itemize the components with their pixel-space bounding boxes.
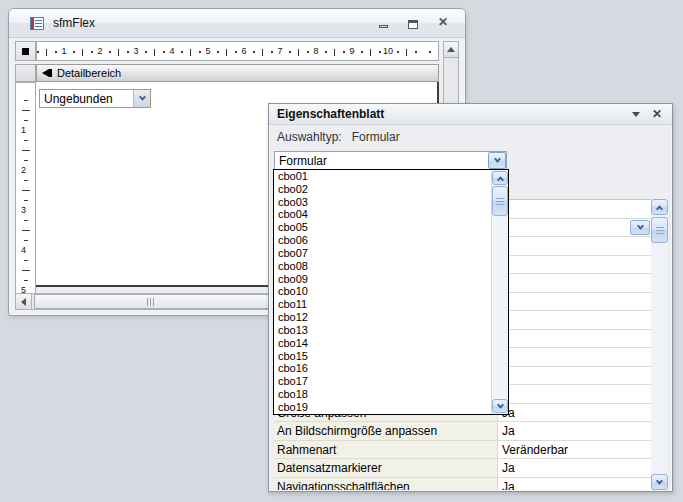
ruler-number: 5 — [205, 46, 210, 56]
restore-button[interactable] — [405, 16, 421, 29]
ruler-tick — [24, 180, 28, 181]
chevron-down-icon — [496, 401, 503, 408]
dropdown-list-item[interactable]: cbo04 — [274, 208, 491, 221]
horizontal-scrollbar-thumb[interactable] — [34, 294, 269, 309]
ruler-number: 2 — [21, 165, 26, 175]
chevron-up-icon — [656, 205, 663, 212]
ruler-tick — [154, 49, 155, 56]
property-value[interactable] — [498, 385, 651, 403]
ruler-tick — [24, 160, 28, 161]
property-value[interactable]: Ja — [498, 478, 651, 491]
scrollbar-thumb[interactable] — [492, 186, 508, 216]
dropdown-list-item[interactable]: cbo17 — [274, 375, 491, 388]
property-dropdown-button[interactable] — [630, 220, 650, 235]
ruler-tick — [24, 260, 28, 261]
property-row[interactable]: An Bildschirmgröße anpassenJa — [274, 422, 651, 441]
dropdown-list-item[interactable]: cbo13 — [274, 324, 491, 337]
ruler-tick — [262, 49, 263, 56]
ruler-tick — [24, 140, 28, 141]
dropdown-list-item[interactable]: cbo10 — [274, 285, 491, 298]
ruler-tick — [289, 51, 291, 53]
chevron-down-icon — [636, 222, 643, 229]
ruler-tick — [361, 51, 363, 53]
ruler-number: 1 — [61, 46, 66, 56]
selection-type-value: Formular — [352, 130, 400, 144]
property-grid-scrollbar[interactable] — [651, 199, 668, 490]
object-selector-dropdown-list: cbo01cbo02cbo03cbo04cbo05cbo06cbo07cbo08… — [273, 169, 509, 415]
section-arrow-icon — [42, 69, 49, 77]
property-value[interactable] — [498, 237, 651, 255]
property-value[interactable]: Ja — [498, 422, 651, 440]
ruler-tick — [24, 220, 28, 221]
form-selector-box[interactable] — [15, 41, 36, 61]
scroll-down-button[interactable] — [651, 474, 668, 490]
arrow-left-icon — [21, 298, 26, 306]
ruler-number: 3 — [133, 46, 138, 56]
dropdown-list-item[interactable]: cbo01 — [274, 170, 491, 183]
ruler-tick — [73, 51, 75, 53]
ruler-tick — [24, 240, 28, 241]
ruler-tick — [24, 100, 28, 101]
scroll-down-button[interactable] — [492, 399, 508, 413]
ruler-tick — [429, 51, 431, 53]
dropdown-list-item[interactable]: cbo05 — [274, 221, 491, 234]
property-label: Datensatzmarkierer — [274, 459, 498, 477]
property-value[interactable]: Ja — [498, 459, 651, 477]
property-value[interactable] — [498, 219, 651, 237]
close-button[interactable]: ✕ — [435, 16, 451, 29]
property-value[interactable] — [498, 330, 651, 348]
property-value[interactable] — [498, 311, 651, 329]
dropdown-list-item[interactable]: cbo08 — [274, 260, 491, 273]
dropdown-list-item[interactable]: cbo19 — [274, 401, 491, 414]
property-value[interactable] — [498, 293, 651, 311]
scrollbar-thumb[interactable] — [651, 217, 668, 243]
ruler-tick — [181, 51, 183, 53]
property-value[interactable] — [498, 200, 651, 218]
ruler-tick — [343, 51, 345, 53]
object-selector-combobox[interactable]: Formular — [274, 151, 507, 170]
property-sheet-header[interactable]: Eigenschaftenblatt ✕ — [269, 104, 672, 125]
panel-close-icon[interactable]: ✕ — [652, 108, 662, 120]
property-value[interactable]: Ja — [498, 404, 651, 422]
scroll-up-button[interactable] — [651, 199, 668, 215]
property-row[interactable]: NavigationsschaltflächenJa — [274, 478, 651, 491]
scroll-up-button[interactable] — [492, 171, 508, 185]
form-window-titlebar[interactable]: sfmFlex ✕ — [9, 9, 465, 38]
detail-section-header[interactable]: Detailbereich — [36, 64, 439, 82]
dropdown-list-item[interactable]: cbo09 — [274, 273, 491, 286]
scroll-left-button[interactable] — [16, 294, 32, 309]
dropdown-list-item[interactable]: cbo18 — [274, 388, 491, 401]
property-value[interactable]: Veränderbar — [498, 441, 651, 459]
close-icon: ✕ — [438, 16, 448, 29]
ruler-tick — [406, 49, 407, 56]
dropdown-list-item[interactable]: cbo15 — [274, 350, 491, 363]
property-row[interactable]: DatensatzmarkiererJa — [274, 459, 651, 478]
property-value[interactable] — [498, 274, 651, 292]
dropdown-list-item[interactable]: cbo03 — [274, 196, 491, 209]
dropdown-list-item[interactable]: cbo07 — [274, 247, 491, 260]
ruler-number: 6 — [241, 46, 246, 56]
property-label: Navigationsschaltflächen — [274, 478, 498, 491]
object-selector-dropdown-button[interactable] — [488, 152, 506, 169]
ruler-tick — [163, 51, 165, 53]
section-selector-box[interactable] — [15, 64, 36, 82]
minimize-button[interactable] — [375, 16, 391, 29]
scroll-up-button[interactable] — [444, 42, 458, 58]
property-row[interactable]: RahmenartVeränderbar — [274, 441, 651, 460]
dropdown-list-item[interactable]: cbo14 — [274, 337, 491, 350]
unbound-combobox-dropdown-button[interactable] — [133, 90, 150, 107]
property-value[interactable] — [498, 256, 651, 274]
dropdown-list-item[interactable]: cbo06 — [274, 234, 491, 247]
property-value[interactable] — [498, 367, 651, 385]
horizontal-ruler: 12345678910 — [36, 41, 439, 61]
property-value[interactable] — [498, 348, 651, 366]
dropdown-list-item[interactable]: cbo11 — [274, 298, 491, 311]
panel-menu-arrow-icon[interactable] — [632, 112, 640, 117]
unbound-combobox[interactable]: Ungebunden — [39, 89, 151, 108]
dropdown-list-scrollbar[interactable] — [491, 170, 508, 414]
dropdown-list-item[interactable]: cbo16 — [274, 362, 491, 375]
ruler-tick — [370, 49, 371, 56]
chevron-down-icon — [138, 94, 145, 101]
dropdown-list-item[interactable]: cbo02 — [274, 183, 491, 196]
dropdown-list-item[interactable]: cbo12 — [274, 311, 491, 324]
